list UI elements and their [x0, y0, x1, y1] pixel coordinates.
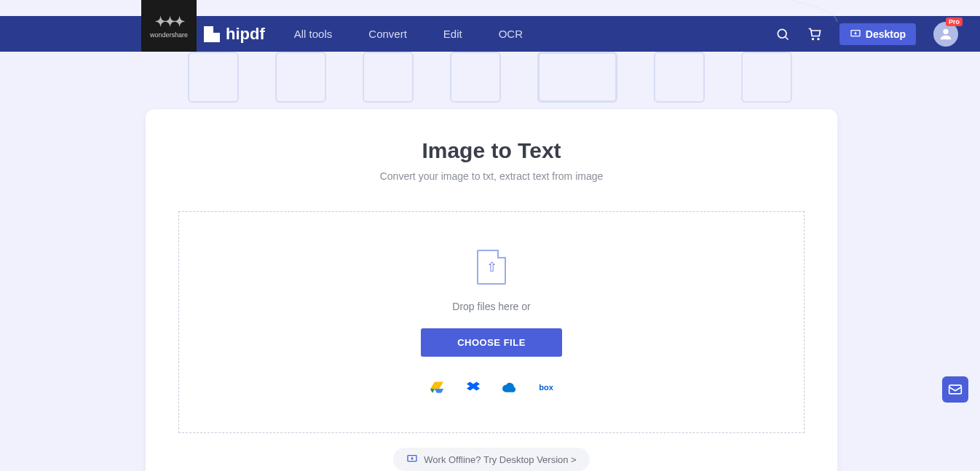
- brand[interactable]: hipdf: [204, 25, 265, 44]
- svg-point-0: [778, 29, 786, 38]
- nav-right: Desktop Pro: [775, 22, 958, 47]
- drop-text: Drop files here or: [452, 301, 530, 312]
- choose-file-button[interactable]: CHOOSE FILE: [421, 328, 562, 357]
- onedrive-icon[interactable]: [502, 380, 517, 395]
- upload-arrow-icon: ⇧: [486, 259, 497, 275]
- cloud-providers: box: [430, 380, 553, 395]
- monitor-download-icon: [406, 454, 418, 465]
- cart-icon[interactable]: [807, 27, 822, 41]
- user-icon: [938, 26, 954, 42]
- nav-convert[interactable]: Convert: [368, 28, 407, 40]
- feedback-button[interactable]: [942, 376, 968, 403]
- svg-point-2: [812, 38, 813, 39]
- decorative-arc: [146, 0, 837, 22]
- avatar[interactable]: Pro: [933, 22, 958, 47]
- mail-icon: [948, 384, 963, 395]
- box-icon[interactable]: box: [539, 380, 553, 395]
- google-drive-icon[interactable]: [430, 380, 444, 395]
- wondershare-label: wondershare: [150, 31, 188, 39]
- svg-line-1: [786, 36, 789, 39]
- wondershare-badge[interactable]: ✦✦✦ wondershare: [141, 0, 197, 52]
- desktop-label: Desktop: [866, 28, 906, 40]
- svg-rect-7: [949, 385, 962, 394]
- dropzone[interactable]: ⇧ Drop files here or CHOOSE FILE box: [178, 211, 805, 433]
- nav-ocr[interactable]: OCR: [499, 28, 523, 40]
- desktop-button[interactable]: Desktop: [839, 23, 916, 45]
- wondershare-logo-icon: ✦✦✦: [155, 14, 183, 30]
- offline-pill[interactable]: Work Offline? Try Desktop Version >: [393, 448, 589, 471]
- hipdf-logo-icon: [204, 26, 220, 42]
- page-subtitle: Convert your image to txt, extract text …: [146, 170, 837, 182]
- svg-point-3: [818, 38, 819, 39]
- download-icon: [850, 28, 861, 40]
- search-icon[interactable]: [775, 27, 790, 41]
- brand-name: hipdf: [226, 25, 265, 44]
- background-decor: [0, 52, 980, 117]
- main-card: Image to Text Convert your image to txt,…: [146, 109, 837, 471]
- page-title: Image to Text: [146, 138, 837, 163]
- upload-file-icon: ⇧: [477, 250, 506, 285]
- nav-links: All tools Convert Edit OCR: [294, 28, 523, 40]
- svg-point-5: [943, 28, 948, 33]
- offline-text: Work Offline? Try Desktop Version >: [424, 454, 576, 465]
- pro-badge: Pro: [946, 17, 963, 26]
- nav-edit[interactable]: Edit: [443, 28, 462, 40]
- dropbox-icon[interactable]: [466, 380, 481, 395]
- nav-all-tools[interactable]: All tools: [294, 28, 333, 40]
